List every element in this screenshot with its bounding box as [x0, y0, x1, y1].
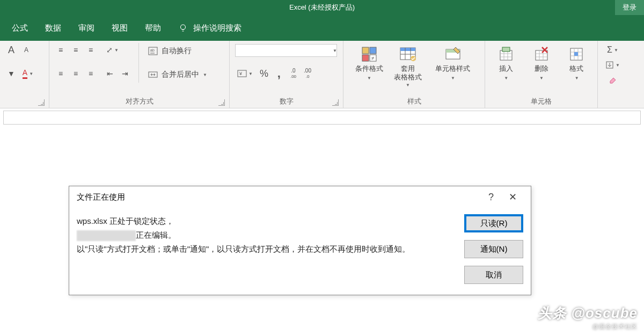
- menu-bar: 公式 数据 审阅 视图 帮助 操作说明搜索: [0, 15, 644, 41]
- font-launcher-icon[interactable]: [38, 99, 45, 106]
- notify-button[interactable]: 通知(N): [464, 240, 523, 258]
- formula-bar[interactable]: [3, 111, 641, 125]
- svg-rect-16: [500, 50, 512, 60]
- ribbon: A A ▼ A▼ ≡ ≡ ≡ ≡: [0, 41, 644, 108]
- tab-help[interactable]: 帮助: [136, 15, 170, 41]
- svg-rect-17: [502, 47, 510, 52]
- orientation-button[interactable]: ⤢▼: [104, 44, 121, 56]
- increase-indent-icon[interactable]: ⇥: [119, 68, 131, 79]
- align-right-icon[interactable]: ≡: [85, 68, 97, 79]
- login-button[interactable]: 登录: [615, 0, 644, 15]
- group-editing: Σ▼ ▼: [598, 41, 644, 108]
- format-as-table-icon: [399, 45, 417, 63]
- merge-center-button[interactable]: 合并后居中 ▼: [144, 68, 210, 82]
- number-format-dropdown[interactable]: [235, 44, 337, 57]
- wrap-text-label: 自动换行: [162, 46, 192, 56]
- insert-cells-button[interactable]: 插入▼: [488, 43, 524, 83]
- increase-font-icon[interactable]: A: [5, 44, 17, 56]
- alignment-group-label: 对齐方式: [126, 97, 153, 105]
- border-dropdown[interactable]: ▼: [5, 68, 17, 79]
- align-bottom-icon[interactable]: ≡: [85, 44, 97, 56]
- tab-data[interactable]: 数据: [36, 15, 70, 41]
- autosum-button[interactable]: Σ▼: [603, 44, 622, 56]
- align-top-icon[interactable]: ≡: [55, 44, 67, 56]
- dialog-message: wps.xlsx 正处于锁定状态， 正在编辑。 以"只读"方式打开文档；或单击"…: [77, 214, 453, 284]
- alignment-launcher-icon[interactable]: [218, 99, 225, 106]
- decrease-font-icon[interactable]: A: [20, 44, 32, 56]
- merge-center-icon: [148, 69, 158, 80]
- tab-view[interactable]: 视图: [103, 15, 136, 41]
- merge-center-label: 合并后居中: [162, 70, 199, 79]
- cell-styles-button[interactable]: 单元格样式▼: [429, 43, 477, 83]
- bulb-icon: [178, 23, 188, 33]
- svg-rect-18: [536, 50, 547, 60]
- delete-cells-button[interactable]: 删除▼: [524, 43, 559, 83]
- fill-button[interactable]: ▼: [603, 59, 622, 71]
- cancel-button[interactable]: 取消: [464, 266, 523, 284]
- group-font: A A ▼ A▼: [0, 41, 49, 108]
- group-number: ▼ ¥▼ % , .0.00 .00.0 数字: [230, 41, 343, 108]
- svg-rect-12: [400, 48, 415, 51]
- number-launcher-icon[interactable]: [332, 99, 339, 106]
- conditional-formatting-button[interactable]: ≠ 条件格式▼: [352, 43, 387, 83]
- align-center-icon[interactable]: ≡: [70, 68, 82, 79]
- accounting-format-button[interactable]: ¥▼: [235, 68, 255, 79]
- decrease-decimal-button[interactable]: .00.0: [302, 68, 313, 79]
- watermark: 头条 @oscube @掘金技术社区: [538, 304, 638, 331]
- svg-point-0: [181, 25, 186, 30]
- format-as-table-button[interactable]: 套用 表格格式 ▼: [387, 43, 429, 88]
- group-cells: 插入▼ 删除▼ 格式▼ 单元格: [485, 41, 598, 108]
- svg-text:¥: ¥: [239, 71, 243, 76]
- format-cells-button[interactable]: 格式▼: [559, 43, 594, 83]
- dialog-help-button[interactable]: ?: [480, 186, 502, 208]
- conditional-formatting-icon: ≠: [360, 45, 378, 63]
- percent-button[interactable]: %: [258, 68, 270, 79]
- wrap-text-icon: ab: [148, 46, 158, 56]
- title-bar: Excel (未经授权产品) 登录: [0, 0, 644, 15]
- format-cells-icon: [567, 45, 586, 63]
- comma-button[interactable]: ,: [273, 68, 285, 79]
- cells-group-label: 单元格: [531, 97, 552, 105]
- svg-text:ab: ab: [150, 48, 155, 52]
- dialog-close-button[interactable]: ✕: [502, 186, 523, 208]
- number-group-label: 数字: [280, 97, 294, 105]
- dialog-title-bar: 文件正在使用 ? ✕: [69, 186, 531, 208]
- file-in-use-dialog: 文件正在使用 ? ✕ wps.xlsx 正处于锁定状态， 正在编辑。 以"只读"…: [69, 186, 531, 295]
- dialog-title: 文件正在使用: [77, 192, 125, 202]
- app-title: Excel (未经授权产品): [289, 3, 355, 12]
- tell-me-label: 操作说明搜索: [193, 23, 241, 33]
- font-color-button[interactable]: A▼: [20, 68, 35, 79]
- readonly-button[interactable]: 只读(R): [464, 214, 523, 232]
- clear-button[interactable]: [603, 74, 622, 86]
- delete-cells-icon: [532, 45, 551, 63]
- tab-formulas[interactable]: 公式: [3, 15, 36, 41]
- insert-cells-icon: [497, 45, 515, 63]
- group-styles: ≠ 条件格式▼ 套用 表格格式 ▼ 单元格样式▼ 样式: [343, 41, 485, 108]
- svg-rect-6: [362, 47, 369, 54]
- tab-review[interactable]: 审阅: [70, 15, 103, 41]
- redacted-user: [77, 230, 136, 241]
- group-alignment: ≡ ≡ ≡ ≡ ≡ ≡ ⤢▼ ⇤ ⇥: [49, 41, 230, 108]
- wrap-text-button[interactable]: ab 自动换行: [144, 44, 210, 58]
- cell-styles-icon: [444, 45, 462, 63]
- svg-rect-8: [362, 55, 369, 61]
- svg-rect-7: [370, 47, 376, 54]
- svg-rect-20: [574, 52, 578, 56]
- align-middle-icon[interactable]: ≡: [70, 44, 82, 56]
- decrease-indent-icon[interactable]: ⇤: [104, 68, 116, 79]
- align-left-icon[interactable]: ≡: [55, 68, 67, 79]
- styles-group-label: 样式: [407, 97, 421, 105]
- increase-decimal-button[interactable]: .0.00: [288, 68, 298, 79]
- svg-text:≠: ≠: [371, 55, 375, 61]
- tell-me-search[interactable]: 操作说明搜索: [170, 23, 250, 33]
